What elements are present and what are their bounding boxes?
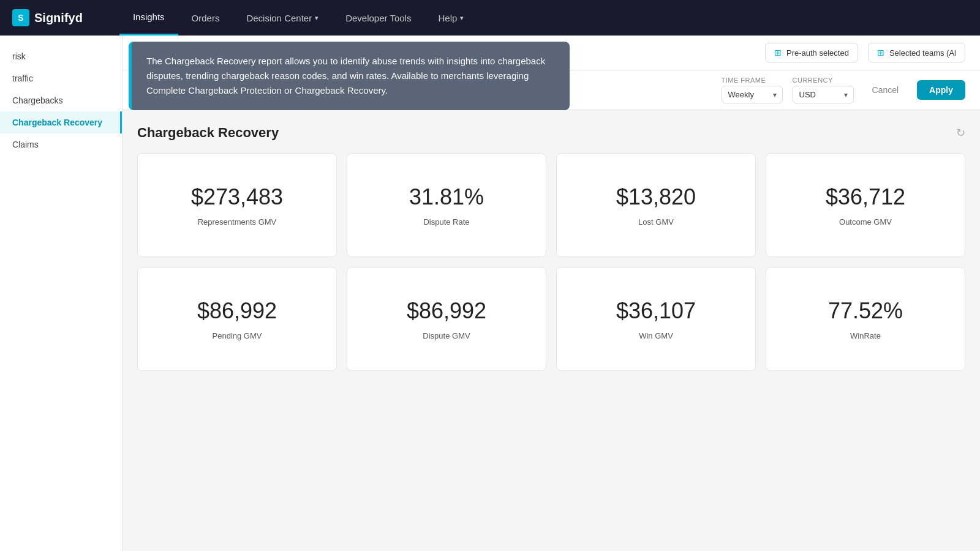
nav-item-insights[interactable]: Insights <box>119 0 178 36</box>
logo[interactable]: S Signifyd <box>12 9 83 26</box>
tooltip-text: The Chargeback Recovery report allows yo… <box>146 56 545 96</box>
currency-select[interactable]: USD EUR GBP <box>793 86 854 103</box>
nav-item-decision-center[interactable]: Decision Center▾ <box>233 0 332 36</box>
sidebar-item-traffic[interactable]: traffic <box>0 67 122 89</box>
sidebar-item-risk[interactable]: risk <box>0 45 122 67</box>
metric-label-representments-gmv: Representments GMV <box>198 217 277 227</box>
metric-value-win-rate: 77.52% <box>828 298 903 324</box>
info-tooltip: The Chargeback Recovery report allows yo… <box>129 42 570 110</box>
page-layout: risktrafficChargebacksChargeback Recover… <box>0 36 980 551</box>
logo-text: Signifyd <box>34 11 83 25</box>
sidebar-item-chargeback-recovery[interactable]: Chargeback Recovery <box>0 111 122 133</box>
metrics-row-2: $86,992Pending GMV$86,992Dispute GMV$36,… <box>137 267 965 371</box>
selected-teams-label: Selected teams (Al <box>889 48 956 58</box>
teams-icon: ⊞ <box>877 48 884 58</box>
main-content: The Chargeback Recovery report allows yo… <box>123 36 980 551</box>
metric-label-dispute-rate: Dispute Rate <box>423 217 469 227</box>
content-area: Chargeback Recovery ↻ $273,483Representm… <box>123 110 980 386</box>
metric-label-lost-gmv: Lost GMV <box>638 217 674 227</box>
nav-items: InsightsOrdersDecision Center▾Developer … <box>119 0 968 36</box>
metric-card-pending-gmv: $86,992Pending GMV <box>137 267 337 371</box>
nav-item-help[interactable]: Help▾ <box>424 0 477 36</box>
section-header: Chargeback Recovery ↻ <box>137 125 965 141</box>
metric-value-representments-gmv: $273,483 <box>191 184 283 210</box>
metric-label-pending-gmv: Pending GMV <box>213 331 262 340</box>
metric-value-outcome-gmv: $36,712 <box>826 184 905 210</box>
time-frame-select[interactable]: Weekly Daily Monthly <box>722 86 783 103</box>
currency-filter: Currency USD EUR GBP <box>793 77 854 103</box>
metric-card-lost-gmv: $13,820Lost GMV <box>556 153 756 257</box>
time-frame-select-wrapper: Weekly Daily Monthly <box>722 86 783 103</box>
metric-label-outcome-gmv: Outcome GMV <box>839 217 892 227</box>
metric-card-outcome-gmv: $36,712Outcome GMV <box>766 153 965 257</box>
selected-teams-badge[interactable]: ⊞ Selected teams (Al <box>868 43 965 62</box>
time-frame-filter: time frame Weekly Daily Monthly <box>722 77 783 103</box>
metric-value-dispute-rate: 31.81% <box>409 184 484 210</box>
logo-icon: S <box>12 9 29 26</box>
nav-item-developer-tools[interactable]: Developer Tools <box>332 0 424 36</box>
metric-label-win-rate: WinRate <box>850 331 881 340</box>
section-title: Chargeback Recovery <box>137 125 279 141</box>
metric-value-pending-gmv: $86,992 <box>197 298 277 324</box>
nav-item-orders[interactable]: Orders <box>178 0 233 36</box>
metric-label-dispute-gmv: Dispute GMV <box>423 331 470 340</box>
chevron-down-icon: ▾ <box>315 14 318 22</box>
metric-label-win-gmv: Win GMV <box>639 331 673 340</box>
metric-card-dispute-rate: 31.81%Dispute Rate <box>347 153 546 257</box>
metric-value-dispute-gmv: $86,992 <box>407 298 486 324</box>
pre-auth-label: Pre-auth selected <box>786 48 849 58</box>
refresh-icon[interactable]: ↻ <box>956 126 965 140</box>
metric-card-win-gmv: $36,107Win GMV <box>556 267 756 371</box>
sidebar-item-claims[interactable]: Claims <box>0 133 122 156</box>
metric-card-dispute-gmv: $86,992Dispute GMV <box>347 267 546 371</box>
metric-value-win-gmv: $36,107 <box>616 298 696 324</box>
time-frame-label: time frame <box>722 77 783 84</box>
main-nav: S Signifyd InsightsOrdersDecision Center… <box>0 0 980 36</box>
pre-auth-icon: ⊞ <box>774 48 782 58</box>
chevron-down-icon: ▾ <box>460 14 464 22</box>
apply-button[interactable]: Apply <box>917 80 965 100</box>
sidebar-item-chargebacks[interactable]: Chargebacks <box>0 89 122 111</box>
currency-label: Currency <box>793 77 854 84</box>
currency-select-wrapper: USD EUR GBP <box>793 86 854 103</box>
cancel-button[interactable]: Cancel <box>864 81 908 99</box>
metric-card-win-rate: 77.52%WinRate <box>766 267 965 371</box>
sidebar: risktrafficChargebacksChargeback Recover… <box>0 36 123 551</box>
pre-auth-badge[interactable]: ⊞ Pre-auth selected <box>765 43 858 62</box>
metrics-row-1: $273,483Representments GMV31.81%Dispute … <box>137 153 965 257</box>
metric-card-representments-gmv: $273,483Representments GMV <box>137 153 337 257</box>
metric-value-lost-gmv: $13,820 <box>616 184 696 210</box>
